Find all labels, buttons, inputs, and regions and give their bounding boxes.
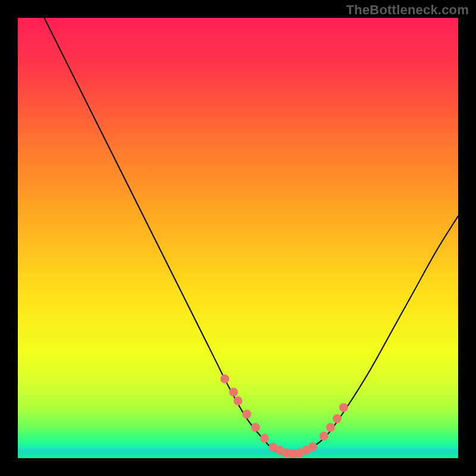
marker-dot (333, 414, 342, 423)
marker-dot (339, 403, 348, 412)
marker-dot (251, 423, 260, 432)
marker-dot (320, 432, 328, 441)
watermark-text: TheBottleneck.com (346, 2, 469, 18)
marker-dot (234, 396, 243, 405)
marker-dot (308, 442, 317, 451)
marker-dot (229, 388, 238, 397)
marker-dot (326, 423, 335, 432)
marker-dot (260, 434, 269, 443)
bottleneck-chart (18, 18, 458, 458)
marker-dot (242, 410, 251, 419)
marker-dot (220, 374, 229, 383)
